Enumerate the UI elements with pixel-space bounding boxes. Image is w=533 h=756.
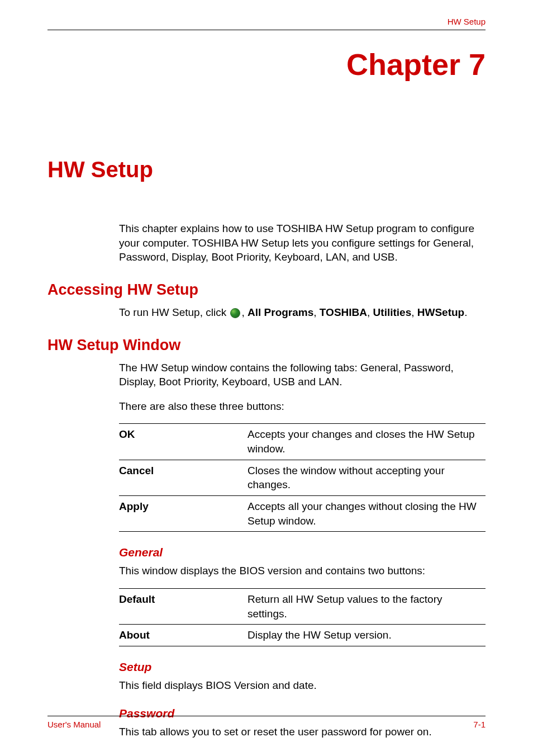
footer-right: 7-1 bbox=[473, 720, 486, 729]
general-desc: Return all HW Setup values to the factor… bbox=[248, 588, 486, 624]
intro-paragraph: This chapter explains how to use TOSHIBA… bbox=[119, 221, 486, 264]
subsection-setup-heading: Setup bbox=[119, 660, 486, 674]
button-term: Cancel bbox=[119, 460, 248, 495]
footer-rule bbox=[47, 716, 486, 716]
run-hwsetup: HWSetup bbox=[417, 306, 464, 318]
run-comma-1: , bbox=[241, 306, 248, 318]
table-row: About Display the HW Setup version. bbox=[119, 625, 486, 646]
section-accessing-heading: Accessing HW Setup bbox=[47, 281, 486, 299]
general-desc: Display the HW Setup version. bbox=[248, 625, 486, 646]
run-period: . bbox=[464, 306, 467, 318]
subsection-general-heading: General bbox=[119, 546, 486, 559]
button-term: Apply bbox=[119, 496, 248, 532]
run-prefix: To run HW Setup, click bbox=[119, 306, 229, 318]
run-all-programs: All Programs bbox=[248, 306, 313, 318]
run-comma-2: , bbox=[313, 306, 320, 318]
general-term: Default bbox=[119, 588, 248, 624]
buttons-table: OK Accepts your changes and closes the H… bbox=[119, 423, 486, 532]
page-title: HW Setup bbox=[47, 157, 486, 182]
window-paragraph-2: There are also these three buttons: bbox=[119, 399, 486, 414]
footer-left: User's Manual bbox=[47, 720, 101, 729]
general-term: About bbox=[119, 625, 248, 646]
setup-paragraph: This field displays BIOS Version and dat… bbox=[119, 678, 486, 693]
table-row: Default Return all HW Setup values to th… bbox=[119, 588, 486, 624]
run-toshiba: TOSHIBA bbox=[320, 306, 367, 318]
button-term: OK bbox=[119, 424, 248, 460]
general-table: Default Return all HW Setup values to th… bbox=[119, 588, 486, 646]
header-label: HW Setup bbox=[47, 17, 486, 26]
table-row: Apply Accepts all your changes without c… bbox=[119, 496, 486, 532]
run-utilities: Utilities bbox=[373, 306, 412, 318]
accessing-instruction: To run HW Setup, click , All Programs, T… bbox=[119, 305, 486, 320]
button-desc: Accepts your changes and closes the HW S… bbox=[248, 424, 486, 460]
button-desc: Closes the window without accepting your… bbox=[248, 460, 486, 495]
general-paragraph: This window displays the BIOS version an… bbox=[119, 564, 486, 578]
page-footer: User's Manual 7-1 bbox=[47, 716, 486, 729]
run-comma-3: , bbox=[367, 306, 373, 318]
section-window-heading: HW Setup Window bbox=[47, 337, 486, 354]
windows-start-icon bbox=[230, 308, 240, 318]
table-row: Cancel Closes the window without accepti… bbox=[119, 460, 486, 495]
run-comma-4: , bbox=[411, 306, 417, 318]
chapter-title: Chapter 7 bbox=[47, 47, 486, 82]
header-rule bbox=[47, 30, 486, 30]
button-desc: Accepts all your changes without closing… bbox=[248, 496, 486, 532]
window-paragraph-1: The HW Setup window contains the followi… bbox=[119, 361, 486, 389]
table-row: OK Accepts your changes and closes the H… bbox=[119, 424, 486, 460]
